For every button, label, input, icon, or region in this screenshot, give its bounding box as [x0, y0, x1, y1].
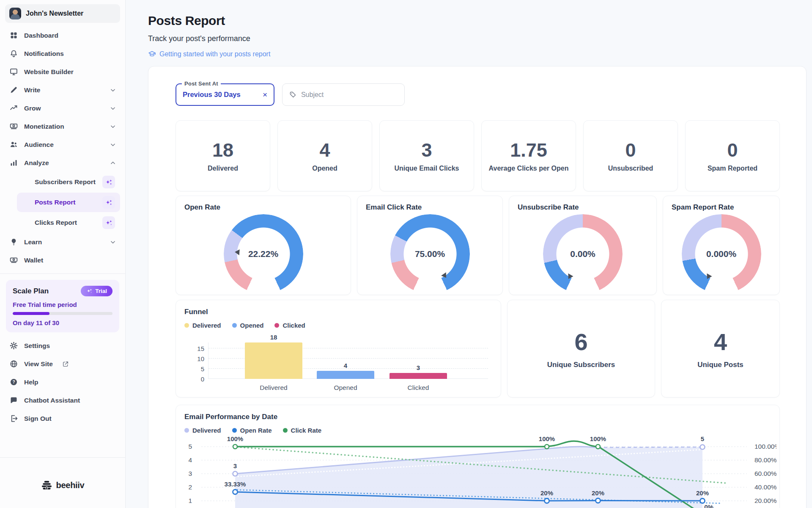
stat-card-delivered: 18 Delivered — [176, 120, 270, 191]
post-sent-at-filter[interactable]: Post Sent At Previous 30 Days × — [176, 83, 274, 106]
stats-row: 18 Delivered 4 Opened 3 Unique Email Cli… — [176, 120, 780, 191]
legend-label: Delivered — [192, 427, 221, 434]
stat-value: 4 — [319, 139, 330, 161]
sidebar-item-label: Clicks Report — [35, 219, 77, 226]
graduation-cap-icon — [148, 50, 156, 58]
sparkle-icon — [102, 196, 115, 209]
sign-out-icon — [9, 414, 18, 423]
right-y-tick: 40.00% — [754, 483, 776, 491]
sidebar-item-learn[interactable]: Learn — [5, 233, 120, 251]
page-title: Posts Report — [148, 14, 807, 28]
performance-chart: 100% 3 33.33% 100% 20% 100% 20% 5 20% 0%… — [184, 436, 776, 508]
clear-filter-icon[interactable]: × — [263, 91, 267, 99]
click-rate-point — [596, 444, 600, 449]
delivered-point — [700, 445, 705, 450]
legend-label: Opened — [240, 322, 264, 329]
sidebar-item-audience[interactable]: Audience — [5, 135, 120, 154]
left-y-tick: 3 — [188, 470, 192, 477]
brand-name: beehiiv — [56, 480, 85, 490]
chevron-down-icon — [110, 87, 116, 93]
bar — [317, 371, 374, 379]
chevron-down-icon — [110, 124, 116, 130]
sidebar-item-dashboard[interactable]: Dashboard — [5, 26, 120, 44]
funnel-card: Funnel Delivered Opened Clicked 15 10 5 … — [176, 300, 501, 398]
sidebar-item-website-builder[interactable]: Website Builder — [5, 63, 120, 81]
sidebar-item-label: Settings — [24, 342, 50, 350]
funnel-bar-opened: 4 — [317, 362, 374, 379]
sidebar-item-sign-out[interactable]: Sign Out — [5, 409, 120, 428]
point-label: 5 — [701, 436, 704, 442]
funnel-bar-delivered: 18 — [245, 334, 302, 379]
stat-label: Opened — [312, 165, 337, 172]
stat-label: Average Clicks per Open — [489, 165, 569, 172]
getting-started-link[interactable]: Getting started with your posts report — [148, 50, 807, 58]
gauge-value: 22.22% — [224, 214, 303, 294]
sidebar-item-settings[interactable]: Settings — [5, 337, 120, 355]
gauge-card-open-rate: Open Rate 22.22% — [176, 196, 351, 295]
sparkle-icon — [86, 288, 93, 294]
plan-day-label: On day 11 of 30 — [13, 319, 112, 326]
chevron-down-icon — [110, 142, 116, 148]
stat-label: Unsubscribed — [608, 165, 653, 172]
sidebar-item-view-site[interactable]: View Site — [5, 355, 120, 373]
funnel-title: Funnel — [184, 308, 492, 316]
gauge-card-email-click-rate: Email Click Rate 75.00% — [357, 196, 503, 295]
sidebar-item-monetization[interactable]: Monetization — [5, 117, 120, 135]
sidebar-item-help[interactable]: ? Help — [5, 373, 120, 391]
sidebar: John's Newsletter Dashboard Notification… — [0, 0, 126, 508]
bar-value-label: 4 — [344, 362, 347, 369]
legend-dot — [283, 428, 288, 433]
plan-card: Scale Plan Trial Free Trial time period … — [6, 280, 119, 332]
sidebar-item-subscribers-report[interactable]: Subscribers Report — [17, 172, 120, 192]
plan-period-label: Free Trial time period — [13, 301, 112, 308]
sidebar-item-notifications[interactable]: Notifications — [5, 44, 120, 63]
subject-filter[interactable] — [282, 83, 405, 106]
sidebar-item-analyze[interactable]: Analyze — [5, 154, 120, 172]
spam-report-rate-gauge: 0.000% — [682, 214, 761, 294]
delivered-point — [233, 472, 238, 476]
stat-value: 3 — [421, 139, 432, 161]
point-label: 33.33% — [225, 480, 246, 488]
banknote-icon — [9, 122, 18, 131]
brand-footer: beehiiv — [0, 457, 125, 508]
legend-dot — [274, 323, 279, 328]
subject-input[interactable] — [301, 91, 398, 99]
x-tick: Opened — [317, 384, 374, 392]
unique-posts-card: 4 Unique Posts — [661, 300, 780, 398]
open-rate-point — [545, 499, 549, 503]
sidebar-item-grow[interactable]: Grow — [5, 99, 120, 117]
trial-badge[interactable]: Trial — [81, 286, 112, 296]
legend-item-delivered: Delivered — [184, 427, 221, 434]
lightbulb-icon — [9, 237, 18, 246]
sidebar-item-wallet[interactable]: Wallet — [5, 251, 120, 269]
y-tick: 10 — [192, 355, 204, 362]
workspace-switcher[interactable]: John's Newsletter — [5, 4, 120, 23]
unsubscribe-rate-gauge: 0.00% — [543, 214, 623, 294]
legend-item-opened: Opened — [232, 322, 264, 329]
left-y-tick: 2 — [188, 483, 192, 491]
gauge-value: 0.000% — [682, 214, 761, 294]
svg-text:?: ? — [12, 380, 15, 384]
y-tick: 0 — [192, 375, 204, 383]
sidebar-item-label: Learn — [24, 238, 42, 246]
funnel-row: Funnel Delivered Opened Clicked 15 10 5 … — [176, 300, 780, 398]
monitor-icon — [9, 67, 18, 76]
post-sent-at-value: Previous 30 Days — [183, 91, 241, 99]
gauge-card-unsubscribe-rate: Unsubscribe Rate 0.00% — [509, 196, 657, 295]
legend-item-click-rate: Click Rate — [283, 427, 322, 434]
sidebar-item-chatbot[interactable]: Chatbot Assistant — [5, 391, 120, 409]
y-tick: 5 — [192, 365, 204, 373]
sidebar-item-clicks-report[interactable]: Clicks Report — [17, 213, 120, 232]
legend-dot — [184, 428, 189, 433]
legend-item-delivered: Delivered — [184, 322, 221, 329]
sidebar-item-posts-report[interactable]: Posts Report — [17, 193, 120, 212]
sidebar-item-write[interactable]: Write — [5, 81, 120, 99]
funnel-plot: 15 10 5 0 18 4 3 De — [208, 342, 488, 379]
stat-card-spam-reported: 0 Spam Reported — [685, 120, 780, 191]
stat-value: 0 — [727, 139, 738, 161]
plan-title: Scale Plan — [13, 287, 49, 295]
x-tick: Clicked — [390, 384, 447, 392]
sidebar-item-label: Dashboard — [24, 32, 58, 39]
sidebar-item-label: Notifications — [24, 50, 64, 58]
gauge-value: 0.00% — [543, 214, 623, 294]
